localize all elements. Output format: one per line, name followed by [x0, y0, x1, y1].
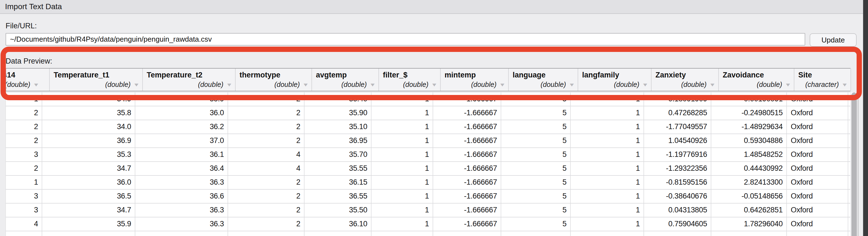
table-row: 235.836.0235.901-1.666667510.47268285-0.… — [5, 106, 850, 120]
column-type-dropdown-icon[interactable]: ▼ — [785, 82, 791, 88]
column-header-mintemp[interactable]: mintemp(double)▼ — [441, 69, 509, 91]
column-header-temperature-t2[interactable]: Temperature_t2(double)▼ — [143, 69, 236, 91]
cell: 35.55 — [305, 162, 371, 175]
cell: -1.666667 — [433, 93, 501, 106]
column-type-dropdown-icon[interactable]: ▼ — [33, 82, 39, 88]
cell: 35.50 — [305, 204, 371, 217]
cell: 5 — [501, 162, 571, 175]
column-name: Temperature_t2 — [143, 69, 235, 79]
cell: 0.44430992 — [711, 162, 787, 175]
column-header-site[interactable]: Site(character)▼ — [794, 69, 851, 91]
cell — [228, 231, 305, 236]
cell — [371, 231, 433, 236]
column-type-dropdown-icon[interactable]: ▼ — [431, 82, 438, 88]
cell: 36.4 — [135, 162, 228, 175]
column-name: s14 — [6, 69, 42, 79]
cell — [501, 231, 571, 236]
cell: 1 — [371, 217, 433, 231]
cell: 35.70 — [305, 148, 371, 161]
cell: -1.666667 — [433, 106, 501, 120]
cell: 5 — [501, 148, 571, 161]
cell: 2 — [228, 217, 305, 231]
column-type-dropdown-icon[interactable]: ▼ — [499, 82, 506, 88]
column-header-temperature-t1[interactable]: Temperature_t1(double)▼ — [50, 69, 143, 91]
cell: 34.0 — [42, 120, 135, 134]
cell: 4 — [5, 217, 42, 231]
column-header-zavoidance[interactable]: Zavoidance(double)▼ — [719, 69, 794, 91]
cell: 1.48548252 — [711, 148, 787, 161]
cell: 1 — [371, 120, 433, 134]
column-header-filter-[interactable]: filter_$(double)▼ — [379, 69, 441, 91]
cell: -0.38640676 — [644, 190, 711, 203]
table-row: 336.536.6236.551-1.66666751-0.38640676-0… — [5, 190, 850, 204]
column-header-zanxiety[interactable]: Zanxiety(double)▼ — [652, 69, 719, 91]
column-type-dropdown-icon[interactable]: ▼ — [302, 82, 309, 88]
column-type-dropdown-icon[interactable]: ▼ — [568, 82, 575, 88]
cell: 1 — [571, 204, 644, 217]
cell: 35.9 — [42, 217, 135, 231]
cell: Oxford — [787, 176, 848, 189]
cell: 0.47268285 — [644, 106, 711, 120]
cell — [644, 231, 711, 236]
cell: 1 — [371, 93, 433, 106]
cell: -1.29322356 — [644, 162, 711, 175]
cell: 35.90 — [305, 106, 371, 120]
cell: 35.9 — [135, 93, 228, 106]
cell: 0.18091909 — [644, 93, 711, 106]
cell: 2 — [228, 134, 305, 147]
cell: 2 — [228, 93, 305, 106]
cell: 5 — [501, 190, 571, 203]
column-header-avgtemp[interactable]: avgtemp(double)▼ — [312, 69, 379, 91]
cell: 35.3 — [42, 148, 135, 161]
cell: 36.3 — [135, 176, 228, 189]
cell: 35.10 — [305, 120, 371, 134]
cell: 2 — [5, 162, 42, 175]
column-type: (double) — [614, 80, 639, 88]
table-row: 335.336.1435.701-1.66666751-1.197769161.… — [5, 148, 850, 162]
column-type-dropdown-icon[interactable]: ▼ — [226, 82, 232, 88]
table-row: 234.736.4435.551-1.66666751-1.293223560.… — [5, 162, 850, 176]
column-type-dropdown-icon[interactable]: ▼ — [369, 82, 376, 88]
cell: 1 — [571, 190, 644, 203]
cell: 1 — [371, 204, 433, 217]
cell: 3 — [5, 190, 42, 203]
cell: 36.15 — [305, 176, 371, 189]
column-type: (double) — [681, 80, 707, 88]
column-header-s14[interactable]: s14(double)▼ — [6, 69, 50, 91]
column-header-thermotype[interactable]: thermotype(double)▼ — [236, 69, 312, 91]
table-row: 236.937.0236.951-1.666667511.045409260.5… — [5, 134, 850, 148]
table-row: 435.936.3236.101-1.666667510.759046051.7… — [5, 217, 850, 231]
file-url-input[interactable] — [5, 33, 805, 45]
cell: 0.04313805 — [644, 204, 711, 217]
cell: -0.05148656 — [711, 190, 787, 203]
cell: -1.666667 — [433, 217, 501, 231]
column-type-dropdown-icon[interactable]: ▼ — [841, 82, 848, 88]
cell: 5 — [501, 176, 571, 189]
cell: 36.3 — [135, 217, 228, 231]
column-name: avgtemp — [312, 69, 378, 79]
column-type-dropdown-icon[interactable]: ▼ — [133, 82, 140, 88]
cell: 36.5 — [42, 190, 135, 203]
cell: 1 — [371, 162, 433, 175]
cell: -1.666667 — [433, 190, 501, 203]
cell: -0.24980515 — [711, 106, 787, 120]
preview-table-body: 134.935.9235.401-1.666667510.180919090.0… — [5, 92, 850, 236]
cell: 5 — [501, 134, 571, 147]
column-name: filter_$ — [379, 69, 440, 79]
column-type: (double) — [756, 80, 782, 88]
column-type: (double) — [198, 80, 223, 88]
cell: 34.7 — [42, 204, 135, 217]
cell: 34.7 — [42, 162, 135, 175]
column-name: mintemp — [441, 69, 508, 79]
column-header-langfamily[interactable]: langfamily(double)▼ — [578, 69, 652, 91]
cell — [711, 231, 787, 236]
update-button[interactable]: Update — [810, 33, 857, 47]
cell: 37.0 — [135, 134, 228, 147]
cell: 1 — [571, 148, 644, 161]
column-header-language[interactable]: language(double)▼ — [509, 69, 578, 91]
column-type-dropdown-icon[interactable]: ▼ — [709, 82, 716, 88]
column-name: Zavoidance — [719, 69, 794, 79]
cell: 0.00190091 — [711, 93, 787, 106]
column-type-dropdown-icon[interactable]: ▼ — [642, 82, 649, 88]
vertical-scrollbar-thumb[interactable] — [851, 93, 857, 236]
